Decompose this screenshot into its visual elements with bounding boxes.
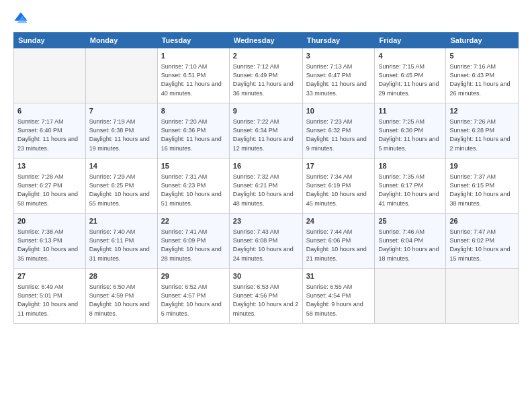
weekday-header-tuesday: Tuesday bbox=[157, 33, 229, 48]
calendar-table: SundayMondayTuesdayWednesdayThursdayFrid… bbox=[13, 32, 519, 324]
weekday-header-saturday: Saturday bbox=[446, 33, 519, 48]
day-number: 13 bbox=[17, 161, 82, 171]
calendar-cell: 25Sunrise: 7:46 AM Sunset: 6:04 PM Dayli… bbox=[375, 214, 446, 269]
day-number: 7 bbox=[89, 106, 154, 116]
day-number: 16 bbox=[233, 161, 299, 171]
day-info: Sunrise: 7:20 AM Sunset: 6:36 PM Dayligh… bbox=[161, 118, 226, 152]
calendar-cell: 12Sunrise: 7:26 AM Sunset: 6:28 PM Dayli… bbox=[446, 103, 519, 158]
day-info: Sunrise: 6:50 AM Sunset: 4:59 PM Dayligh… bbox=[89, 283, 154, 318]
day-info: Sunrise: 7:41 AM Sunset: 6:09 PM Dayligh… bbox=[161, 228, 226, 263]
day-info: Sunrise: 7:15 AM Sunset: 6:45 PM Dayligh… bbox=[378, 62, 442, 97]
calendar-cell bbox=[446, 269, 519, 324]
day-info: Sunrise: 7:16 AM Sunset: 6:43 PM Dayligh… bbox=[449, 62, 515, 97]
day-number: 14 bbox=[89, 161, 154, 171]
header bbox=[13, 11, 519, 26]
day-number: 21 bbox=[89, 216, 154, 226]
calendar-cell: 23Sunrise: 7:43 AM Sunset: 6:08 PM Dayli… bbox=[229, 214, 302, 269]
day-info: Sunrise: 7:19 AM Sunset: 6:38 PM Dayligh… bbox=[89, 118, 154, 152]
calendar-cell: 13Sunrise: 7:28 AM Sunset: 6:27 PM Dayli… bbox=[14, 158, 86, 214]
calendar-cell: 10Sunrise: 7:23 AM Sunset: 6:32 PM Dayli… bbox=[302, 103, 375, 158]
calendar-cell: 15Sunrise: 7:31 AM Sunset: 6:23 PM Dayli… bbox=[157, 158, 229, 214]
day-number: 9 bbox=[233, 106, 299, 116]
calendar-cell: 21Sunrise: 7:40 AM Sunset: 6:11 PM Dayli… bbox=[85, 214, 157, 269]
day-info: Sunrise: 7:17 AM Sunset: 6:40 PM Dayligh… bbox=[17, 118, 82, 152]
day-info: Sunrise: 7:22 AM Sunset: 6:34 PM Dayligh… bbox=[233, 118, 299, 152]
day-info: Sunrise: 7:37 AM Sunset: 6:15 PM Dayligh… bbox=[449, 173, 515, 208]
day-info: Sunrise: 7:44 AM Sunset: 6:06 PM Dayligh… bbox=[306, 228, 371, 263]
day-number: 30 bbox=[233, 271, 299, 281]
day-number: 11 bbox=[378, 106, 442, 116]
calendar-cell bbox=[85, 48, 157, 103]
calendar-cell: 17Sunrise: 7:34 AM Sunset: 6:19 PM Dayli… bbox=[302, 158, 375, 214]
day-info: Sunrise: 7:28 AM Sunset: 6:27 PM Dayligh… bbox=[17, 173, 82, 208]
day-number: 29 bbox=[161, 271, 226, 281]
day-number: 6 bbox=[17, 106, 82, 116]
page: SundayMondayTuesdayWednesdayThursdayFrid… bbox=[0, 0, 532, 411]
day-info: Sunrise: 7:38 AM Sunset: 6:13 PM Dayligh… bbox=[17, 228, 82, 263]
day-number: 25 bbox=[378, 216, 442, 226]
weekday-header-monday: Monday bbox=[85, 33, 157, 48]
day-info: Sunrise: 7:25 AM Sunset: 6:30 PM Dayligh… bbox=[378, 118, 442, 152]
calendar-week-row: 27Sunrise: 6:49 AM Sunset: 5:01 PM Dayli… bbox=[14, 269, 519, 324]
weekday-header-thursday: Thursday bbox=[302, 33, 375, 48]
weekday-header-wednesday: Wednesday bbox=[229, 33, 302, 48]
day-number: 10 bbox=[306, 106, 371, 116]
day-number: 1 bbox=[161, 51, 226, 61]
day-info: Sunrise: 7:34 AM Sunset: 6:19 PM Dayligh… bbox=[306, 173, 371, 208]
day-number: 22 bbox=[161, 216, 226, 226]
calendar-cell: 28Sunrise: 6:50 AM Sunset: 4:59 PM Dayli… bbox=[85, 269, 157, 324]
day-info: Sunrise: 7:40 AM Sunset: 6:11 PM Dayligh… bbox=[89, 228, 154, 263]
day-info: Sunrise: 7:12 AM Sunset: 6:49 PM Dayligh… bbox=[233, 62, 299, 97]
calendar-cell: 11Sunrise: 7:25 AM Sunset: 6:30 PM Dayli… bbox=[375, 103, 446, 158]
calendar-cell: 19Sunrise: 7:37 AM Sunset: 6:15 PM Dayli… bbox=[446, 158, 519, 214]
day-info: Sunrise: 7:47 AM Sunset: 6:02 PM Dayligh… bbox=[449, 228, 515, 263]
day-number: 8 bbox=[161, 106, 226, 116]
calendar-week-row: 13Sunrise: 7:28 AM Sunset: 6:27 PM Dayli… bbox=[14, 158, 519, 214]
day-info: Sunrise: 6:53 AM Sunset: 4:56 PM Dayligh… bbox=[233, 283, 299, 318]
day-info: Sunrise: 7:10 AM Sunset: 6:51 PM Dayligh… bbox=[161, 62, 226, 97]
calendar-cell: 4Sunrise: 7:15 AM Sunset: 6:45 PM Daylig… bbox=[375, 48, 446, 103]
day-number: 17 bbox=[306, 161, 371, 171]
calendar-cell: 30Sunrise: 6:53 AM Sunset: 4:56 PM Dayli… bbox=[229, 269, 302, 324]
day-number: 23 bbox=[233, 216, 299, 226]
calendar-cell: 24Sunrise: 7:44 AM Sunset: 6:06 PM Dayli… bbox=[302, 214, 375, 269]
weekday-header-sunday: Sunday bbox=[14, 33, 86, 48]
calendar-cell: 31Sunrise: 6:55 AM Sunset: 4:54 PM Dayli… bbox=[302, 269, 375, 324]
day-number: 28 bbox=[89, 271, 154, 281]
day-info: Sunrise: 6:52 AM Sunset: 4:57 PM Dayligh… bbox=[161, 283, 226, 318]
weekday-header-friday: Friday bbox=[375, 33, 446, 48]
calendar-cell: 8Sunrise: 7:20 AM Sunset: 6:36 PM Daylig… bbox=[157, 103, 229, 158]
calendar-cell: 29Sunrise: 6:52 AM Sunset: 4:57 PM Dayli… bbox=[157, 269, 229, 324]
calendar-cell: 16Sunrise: 7:32 AM Sunset: 6:21 PM Dayli… bbox=[229, 158, 302, 214]
calendar-cell: 26Sunrise: 7:47 AM Sunset: 6:02 PM Dayli… bbox=[446, 214, 519, 269]
calendar-week-row: 6Sunrise: 7:17 AM Sunset: 6:40 PM Daylig… bbox=[14, 103, 519, 158]
calendar-cell: 18Sunrise: 7:35 AM Sunset: 6:17 PM Dayli… bbox=[375, 158, 446, 214]
calendar-cell: 14Sunrise: 7:29 AM Sunset: 6:25 PM Dayli… bbox=[85, 158, 157, 214]
day-number: 15 bbox=[161, 161, 226, 171]
calendar-cell: 7Sunrise: 7:19 AM Sunset: 6:38 PM Daylig… bbox=[85, 103, 157, 158]
day-number: 31 bbox=[306, 271, 371, 281]
calendar-header-row: SundayMondayTuesdayWednesdayThursdayFrid… bbox=[14, 33, 519, 48]
calendar-week-row: 1Sunrise: 7:10 AM Sunset: 6:51 PM Daylig… bbox=[14, 48, 519, 103]
calendar-week-row: 20Sunrise: 7:38 AM Sunset: 6:13 PM Dayli… bbox=[14, 214, 519, 269]
calendar-cell: 22Sunrise: 7:41 AM Sunset: 6:09 PM Dayli… bbox=[157, 214, 229, 269]
calendar-cell: 6Sunrise: 7:17 AM Sunset: 6:40 PM Daylig… bbox=[14, 103, 86, 158]
day-info: Sunrise: 7:35 AM Sunset: 6:17 PM Dayligh… bbox=[378, 173, 442, 208]
day-number: 27 bbox=[17, 271, 82, 281]
day-info: Sunrise: 7:32 AM Sunset: 6:21 PM Dayligh… bbox=[233, 173, 299, 208]
day-number: 2 bbox=[233, 51, 299, 61]
calendar-cell: 27Sunrise: 6:49 AM Sunset: 5:01 PM Dayli… bbox=[14, 269, 86, 324]
day-info: Sunrise: 6:55 AM Sunset: 4:54 PM Dayligh… bbox=[306, 283, 371, 318]
day-number: 18 bbox=[378, 161, 442, 171]
calendar-cell: 20Sunrise: 7:38 AM Sunset: 6:13 PM Dayli… bbox=[14, 214, 86, 269]
day-info: Sunrise: 6:49 AM Sunset: 5:01 PM Dayligh… bbox=[17, 283, 82, 318]
logo bbox=[13, 11, 31, 26]
day-info: Sunrise: 7:13 AM Sunset: 6:47 PM Dayligh… bbox=[306, 62, 371, 97]
day-number: 4 bbox=[378, 51, 442, 61]
day-number: 24 bbox=[306, 216, 371, 226]
day-info: Sunrise: 7:46 AM Sunset: 6:04 PM Dayligh… bbox=[378, 228, 442, 263]
day-number: 5 bbox=[449, 51, 515, 61]
calendar-cell: 9Sunrise: 7:22 AM Sunset: 6:34 PM Daylig… bbox=[229, 103, 302, 158]
day-number: 19 bbox=[449, 161, 515, 171]
calendar-cell: 1Sunrise: 7:10 AM Sunset: 6:51 PM Daylig… bbox=[157, 48, 229, 103]
